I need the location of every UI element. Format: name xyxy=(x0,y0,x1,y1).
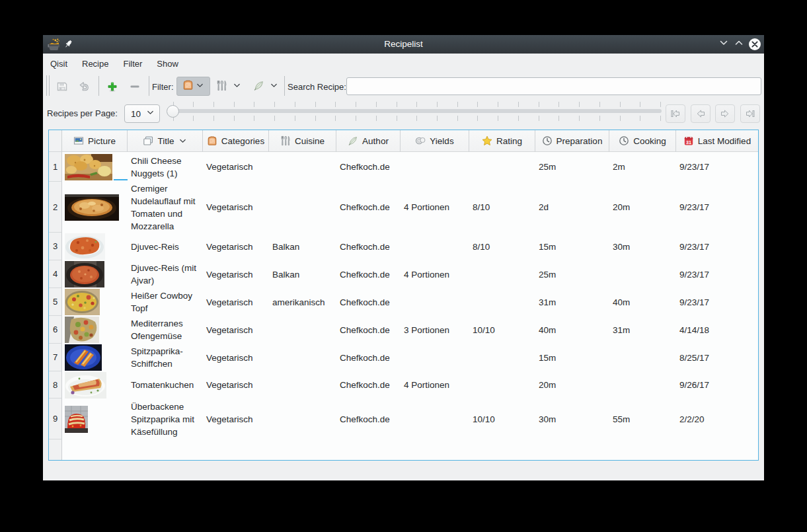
cell-preparation[interactable]: 15m xyxy=(535,233,609,260)
spitzpaprika-schiffchen-photo[interactable] xyxy=(65,344,102,371)
save-button[interactable] xyxy=(52,74,72,99)
row-number[interactable]: 3 xyxy=(49,233,62,260)
nudelauflauf-photo[interactable] xyxy=(65,194,119,221)
cell-title[interactable]: Spitzpaprika-Schiffchen xyxy=(128,344,203,371)
go-last-page-button[interactable] xyxy=(740,104,760,123)
go-next-page-button[interactable] xyxy=(715,104,735,123)
cell-cuisine[interactable]: Balkan xyxy=(269,260,336,288)
cell-title[interactable]: Heißer Cowboy Topf xyxy=(128,288,203,316)
cell-author[interactable]: Chefkoch.de xyxy=(336,233,401,260)
cell-title[interactable]: Überbackene Spitzpaprika mit Käsefüllung xyxy=(128,399,203,439)
table-corner-header[interactable] xyxy=(49,130,62,152)
cell-categories[interactable]: Vegetarisch xyxy=(203,344,269,371)
menu-item-qisit[interactable]: Qisit xyxy=(43,56,75,71)
cell-author[interactable]: Chefkoch.de xyxy=(336,371,401,399)
titlebar[interactable]: Recipelist xyxy=(43,35,764,54)
cell-rating[interactable]: 8/10 xyxy=(469,233,535,260)
filter-author-button[interactable] xyxy=(250,74,281,99)
go-previous-page-button[interactable] xyxy=(691,104,711,123)
search-input[interactable] xyxy=(346,77,761,95)
column-header-cuisine[interactable]: Cuisine xyxy=(269,130,336,152)
cell-rating[interactable]: 8/10 xyxy=(469,182,535,233)
maximize-button[interactable] xyxy=(732,35,746,54)
cell-preparation[interactable]: 15m xyxy=(535,344,609,371)
column-header-yields[interactable]: Yields xyxy=(401,130,469,152)
row-number[interactable]: 7 xyxy=(49,344,62,371)
toolbar-handle[interactable] xyxy=(46,75,50,96)
cell-last_modified[interactable]: 9/23/17 xyxy=(676,182,758,233)
minimize-button[interactable] xyxy=(716,35,731,54)
column-header-preparation[interactable]: Preparation xyxy=(535,130,609,152)
djuvec-reis-ajvar-photo[interactable] xyxy=(65,261,104,287)
cell-yields[interactable]: 3 Portionen xyxy=(401,316,469,344)
add-recipe-button[interactable] xyxy=(102,74,122,99)
cell-cuisine[interactable]: amerikanisch xyxy=(269,288,336,316)
cell-author[interactable]: Chefkoch.de xyxy=(336,260,401,288)
cell-author[interactable]: Chefkoch.de xyxy=(336,152,401,182)
cell-categories[interactable]: Vegetarisch xyxy=(203,371,269,399)
cell-author[interactable]: Chefkoch.de xyxy=(336,288,401,316)
cell-categories[interactable]: Vegetarisch xyxy=(203,288,269,316)
cell-categories[interactable]: Vegetarisch xyxy=(203,182,269,233)
cell-author[interactable]: Chefkoch.de xyxy=(336,182,401,233)
row-number[interactable]: 8 xyxy=(49,371,62,399)
row-number[interactable]: 5 xyxy=(49,288,62,316)
cell-last_modified[interactable]: 4/14/18 xyxy=(676,316,758,344)
cell-yields[interactable]: 4 Portionen xyxy=(401,371,469,399)
column-header-picture[interactable]: Picture xyxy=(62,130,128,152)
slider-groove[interactable] xyxy=(171,109,662,113)
cell-title[interactable]: Cremiger Nudelauflauf mit Tomaten und Mo… xyxy=(128,182,203,233)
cell-categories[interactable]: Vegetarisch xyxy=(203,399,269,439)
cell-title[interactable]: Tomatenkuchen xyxy=(128,371,203,399)
ofengemuese-photo[interactable] xyxy=(65,317,99,343)
cowboy-topf-photo[interactable] xyxy=(65,289,100,315)
cell-rating[interactable]: 10/10 xyxy=(469,399,535,439)
cell-preparation[interactable]: 2d xyxy=(535,182,609,233)
cell-last_modified[interactable]: 9/23/17 xyxy=(676,233,758,260)
filter-cuisine-button[interactable] xyxy=(213,74,244,99)
cell-cooking[interactable]: 30m xyxy=(609,233,676,260)
cell-categories[interactable]: Vegetarisch xyxy=(203,316,269,344)
row-number[interactable]: 2 xyxy=(49,182,62,233)
cell-preparation[interactable]: 25m xyxy=(535,260,609,288)
cell-title[interactable]: Chili Cheese Nuggets (1) xyxy=(128,152,203,182)
undo-button[interactable] xyxy=(75,74,95,99)
row-number[interactable]: 9 xyxy=(49,399,62,439)
column-header-author[interactable]: Author xyxy=(336,130,401,152)
cell-author[interactable]: Chefkoch.de xyxy=(336,316,401,344)
cell-yields[interactable]: 4 Portionen xyxy=(401,260,469,288)
chili-cheese-nuggets-photo[interactable] xyxy=(65,154,112,180)
row-number[interactable]: 4 xyxy=(49,260,62,288)
cell-cooking[interactable]: 20m xyxy=(609,182,676,233)
cell-last_modified[interactable]: 2/2/20 xyxy=(676,399,758,439)
column-header-last-modified[interactable]: 31Last Modified xyxy=(676,130,758,152)
spitzpaprika-kaese-photo[interactable] xyxy=(65,406,88,433)
cell-preparation[interactable]: 31m xyxy=(535,288,609,316)
filter-categories-button[interactable] xyxy=(176,77,210,96)
cell-title[interactable]: Djuvec-Reis xyxy=(128,233,203,260)
row-number[interactable]: 6 xyxy=(49,316,62,344)
remove-recipe-button[interactable] xyxy=(125,74,145,99)
go-first-page-button[interactable] xyxy=(666,104,685,123)
cell-yields[interactable]: 4 Portionen xyxy=(401,182,469,233)
close-button[interactable] xyxy=(748,35,761,54)
cell-title[interactable]: Djuvec-Reis (mit Ajvar) xyxy=(128,260,203,288)
cell-last_modified[interactable]: 9/23/17 xyxy=(676,260,758,288)
cell-title[interactable]: Mediterranes Ofengemüse xyxy=(128,316,203,344)
cell-rating[interactable]: 10/10 xyxy=(469,316,535,344)
cell-cooking[interactable]: 2m xyxy=(609,152,676,182)
cell-cooking[interactable]: 31m xyxy=(609,316,676,344)
menu-item-show[interactable]: Show xyxy=(149,56,186,71)
column-header-categories[interactable]: Categories xyxy=(203,130,269,152)
cell-preparation[interactable]: 40m xyxy=(535,316,609,344)
menu-item-filter[interactable]: Filter xyxy=(116,56,149,71)
cell-preparation[interactable]: 30m xyxy=(535,399,609,439)
tomatenkuchen-photo[interactable] xyxy=(65,372,106,399)
row-number[interactable]: 1 xyxy=(49,152,62,182)
menu-item-recipe[interactable]: Recipe xyxy=(75,56,116,71)
recipes-per-page-combobox[interactable]: 10 xyxy=(124,104,160,123)
cell-cooking[interactable]: 55m xyxy=(609,399,676,439)
cell-preparation[interactable]: 25m xyxy=(535,152,609,182)
cell-author[interactable]: Chefkoch.de xyxy=(336,344,401,371)
cell-categories[interactable]: Vegetarisch xyxy=(203,260,269,288)
